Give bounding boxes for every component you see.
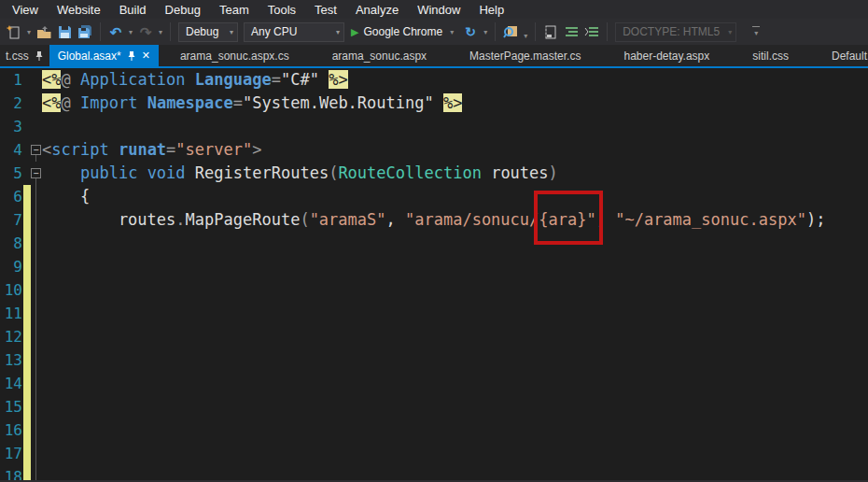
format-document-button[interactable] <box>540 21 561 42</box>
platform-value: Any CPU <box>251 25 297 38</box>
code-line-14[interactable]: 14 <box>0 372 868 395</box>
start-dropdown[interactable]: ▾ <box>447 28 456 36</box>
undo-dropdown[interactable]: ▾ <box>126 28 135 36</box>
line-number: 12 <box>0 325 22 348</box>
save-button[interactable] <box>54 21 75 42</box>
change-tracking-bar <box>23 325 31 348</box>
menu-window[interactable]: Window <box>408 1 469 19</box>
change-tracking-bar <box>23 395 31 418</box>
code-lines: 1<%@ Application Language="C#" %>2<%@ Im… <box>0 68 868 480</box>
toolbar-separator <box>607 22 608 41</box>
undo-icon: ↶ <box>110 25 122 39</box>
menu-tools[interactable]: Tools <box>259 1 305 19</box>
tab-arama-sonuc-aspx-cs[interactable]: arama_sonuc.aspx.cs <box>159 45 311 66</box>
fold-column <box>31 232 42 255</box>
line-number: 18 <box>0 465 22 480</box>
code-line-16[interactable]: 16 <box>0 418 868 442</box>
code-line-3[interactable]: 3 <box>0 115 868 138</box>
code-line-5[interactable]: 5− public void RegisterRoutes(RouteColle… <box>0 162 868 185</box>
code-line-1[interactable]: 1<%@ Application Language="C#" %> <box>0 68 868 92</box>
code-text: { <box>42 185 90 208</box>
menu-analyze[interactable]: Analyze <box>346 1 408 19</box>
refresh-icon: ↻ <box>465 25 476 38</box>
redo-dropdown[interactable]: ▾ <box>156 28 165 36</box>
solution-config-combo[interactable]: Debug ▾ <box>178 22 238 42</box>
play-icon: ▶ <box>351 26 358 38</box>
tab-haber-detay-aspx[interactable]: haber-detay.aspx <box>602 45 731 66</box>
tab-default-aspx[interactable]: Default.aspx <box>810 45 868 66</box>
code-line-7[interactable]: 7 routes.MapPageRoute("aramaS", "arama/s… <box>0 208 868 232</box>
code-line-10[interactable]: 10 <box>0 278 868 302</box>
tab-pinned-css[interactable]: t.css <box>0 45 49 66</box>
code-line-17[interactable]: 17 <box>0 442 868 465</box>
change-tracking-bar <box>23 255 31 278</box>
tab-arama-sonuc-aspx[interactable]: arama_sonuc.aspx <box>311 45 448 66</box>
code-line-13[interactable]: 13 <box>0 348 868 372</box>
redo-icon: ↷ <box>140 25 152 39</box>
menu-bar: ViewWebsiteBuildDebugTeamToolsTestAnalyz… <box>0 0 868 19</box>
toolbar-separator <box>535 22 536 41</box>
fold-column <box>31 418 42 442</box>
fold-column <box>31 465 42 480</box>
menu-team[interactable]: Team <box>210 1 259 19</box>
comment-lines-button[interactable] <box>561 21 581 42</box>
menu-test[interactable]: Test <box>305 1 346 19</box>
new-item-dropdown[interactable]: ▾ <box>24 28 34 36</box>
chevron-down-icon: ▾ <box>722 28 732 36</box>
fold-column <box>31 442 42 465</box>
code-line-6[interactable]: 6 { <box>0 185 868 208</box>
format-document-icon <box>544 25 557 39</box>
change-tracking-empty <box>23 162 31 185</box>
fold-column <box>31 115 42 138</box>
code-line-8[interactable]: 8 <box>0 232 868 255</box>
close-icon[interactable]: ✕ <box>142 50 150 62</box>
line-number: 11 <box>0 302 22 325</box>
tab-global-asax[interactable]: Global.asax* ✕ <box>49 45 159 66</box>
start-debug-button[interactable]: ▶ Google Chrome ▾ <box>351 25 456 38</box>
menu-debug[interactable]: Debug <box>156 1 210 19</box>
open-folder-icon <box>36 25 52 39</box>
uncomment-lines-button[interactable] <box>581 21 602 42</box>
line-number: 7 <box>0 208 22 232</box>
menu-help[interactable]: Help <box>469 1 513 19</box>
code-line-4[interactable]: 4−<script runat="server"> <box>0 138 868 162</box>
line-number: 5 <box>0 162 22 185</box>
overflow-bar-icon <box>752 26 760 27</box>
refresh-dropdown[interactable]: ▾ <box>481 28 490 36</box>
code-line-9[interactable]: 9 <box>0 255 868 278</box>
fold-column: − <box>31 138 42 162</box>
undo-button[interactable]: ↶ <box>105 21 126 42</box>
line-number: 2 <box>0 92 22 115</box>
code-editor[interactable]: 1<%@ Application Language="C#" %>2<%@ Im… <box>0 68 868 480</box>
line-number: 10 <box>0 278 22 302</box>
find-in-files-button[interactable] <box>500 21 521 42</box>
line-number: 6 <box>0 185 22 208</box>
refresh-button[interactable]: ↻ <box>460 21 481 42</box>
menu-view[interactable]: View <box>3 1 48 19</box>
code-text: <script runat="server"> <box>42 138 262 162</box>
start-browser-label: Google Chrome <box>363 25 442 38</box>
fold-collapse-icon[interactable]: − <box>31 145 41 155</box>
tab-masterpage-master-cs[interactable]: MasterPage.master.cs <box>448 45 602 66</box>
find-dropdown[interactable]: ▾ <box>521 32 530 40</box>
code-line-12[interactable]: 12 <box>0 325 868 348</box>
pin-icon[interactable] <box>35 50 44 62</box>
save-all-button[interactable] <box>75 21 95 42</box>
line-number: 15 <box>0 395 22 418</box>
toolbar-overflow-button[interactable]: ▾ <box>749 26 763 37</box>
code-line-2[interactable]: 2<%@ Import Namespace="System.Web.Routin… <box>0 92 868 115</box>
open-file-button[interactable] <box>34 21 54 42</box>
fold-collapse-icon[interactable]: − <box>31 168 41 178</box>
code-line-15[interactable]: 15 <box>0 395 868 418</box>
menu-website[interactable]: Website <box>48 1 110 19</box>
pin-icon[interactable] <box>127 50 136 62</box>
code-line-18[interactable]: 18 <box>0 465 868 480</box>
code-line-11[interactable]: 11 <box>0 302 868 325</box>
redo-button[interactable]: ↷ <box>135 21 156 42</box>
menu-build[interactable]: Build <box>110 1 156 19</box>
platform-combo[interactable]: Any CPU ▾ <box>244 22 344 42</box>
tab-sitil-css[interactable]: sitil.css <box>731 45 810 66</box>
add-new-item-button[interactable] <box>4 21 24 42</box>
change-tracking-bar <box>23 208 31 232</box>
fold-column <box>31 302 42 325</box>
